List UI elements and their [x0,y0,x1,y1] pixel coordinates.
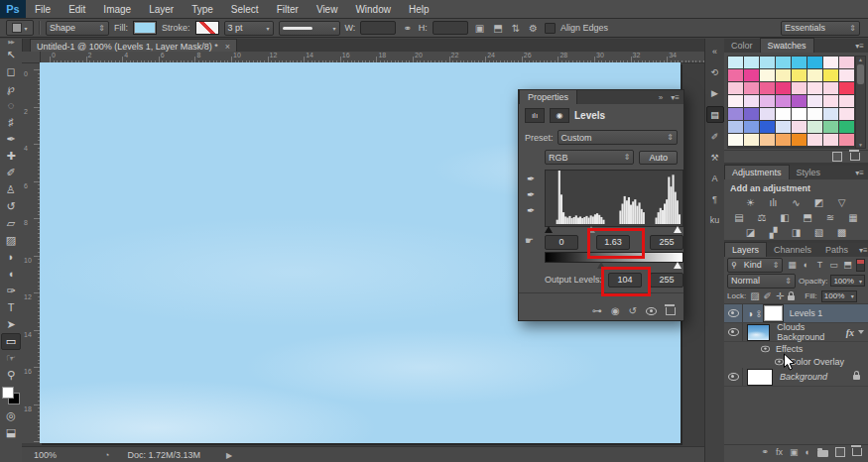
screen-mode-icon[interactable]: ⬓ [1,424,21,441]
adj-gradient-map-icon[interactable]: ▧ [810,226,827,239]
color-swatch[interactable] [792,108,806,120]
adj-selective-color-icon[interactable]: ▩ [833,226,850,239]
crop-tool[interactable]: ♯ [1,114,21,131]
color-swatch[interactable] [792,69,806,81]
adj-brightness-contrast-icon[interactable]: ☀ [742,196,759,209]
mask-link-icon[interactable]: ⚯ [754,310,763,317]
width-input[interactable] [360,21,396,35]
eraser-tool[interactable]: ▱ [1,215,21,232]
new-swatch-icon[interactable] [832,152,842,162]
preset-select[interactable]: Custom ⇕ [558,130,678,145]
layer-mask-thumbnail[interactable] [764,305,783,321]
clip-to-layer-icon[interactable]: ⊶ [592,305,602,316]
lock-position-icon[interactable]: ✛ [776,290,784,301]
stroke-type-select[interactable]: ▾ [279,21,340,36]
layer-name[interactable]: Levels 1 [790,308,823,318]
path-arrange-icon[interactable]: ⇅ [510,23,522,34]
color-swatch[interactable] [776,57,791,68]
adj-black-white-icon[interactable]: ◧ [777,211,794,224]
swatches-scrollbar[interactable]: ▲ ▼ [855,56,866,149]
document-tab[interactable]: Untitled-1 @ 100% (Levels 1, Layer Mask/… [30,39,237,53]
foreground-color-swatch[interactable] [2,387,14,399]
color-swatches-widget[interactable] [2,387,20,404]
filter-adjustment-layers-icon[interactable]: ◐ [800,260,811,270]
zoom-tool[interactable]: ⚲ [1,367,21,384]
height-input[interactable] [433,21,468,35]
color-swatch[interactable] [792,57,806,68]
stroke-color-swatch[interactable] [195,21,219,35]
visibility-toggle[interactable] [724,368,743,386]
opacity-select[interactable]: 100% ▾ [830,275,865,287]
reset-adjustment-icon[interactable]: ↺ [629,305,637,316]
adj-photo-filter-icon[interactable]: ⬒ [800,211,816,224]
layer-style-icon[interactable]: fx [776,447,783,457]
menu-file[interactable]: File [26,4,60,15]
actions-panel-icon[interactable]: ▶ [707,85,723,100]
link-dimensions-icon[interactable]: ⚭ [401,23,413,34]
color-swatch[interactable] [744,95,759,107]
color-swatch[interactable] [744,134,759,146]
path-operations-icon[interactable]: ▣ [473,23,486,34]
input-white-field[interactable]: 255 [650,235,683,250]
targeted-adjustment-icon[interactable]: ☛ [525,235,534,246]
menu-image[interactable]: Image [94,4,140,15]
visibility-toggle[interactable] [724,304,743,322]
clone-stamp-tool[interactable]: ♙ [1,181,21,198]
marquee-tool[interactable]: ◻ [1,63,21,80]
tab-paths[interactable]: Paths [818,243,855,257]
color-swatch[interactable] [744,57,759,68]
color-swatch[interactable] [760,69,775,81]
color-swatch[interactable] [839,69,854,81]
color-swatch[interactable] [823,57,838,68]
color-swatch[interactable] [807,69,822,81]
link-layers-icon[interactable]: ⚭ [761,447,769,457]
brush-tool[interactable]: ✐ [1,165,21,181]
color-swatch[interactable] [807,82,822,94]
color-swatch[interactable] [776,95,791,107]
collapse-effects-icon[interactable] [858,330,864,334]
path-alignment-icon[interactable]: ⬒ [491,23,504,34]
properties-tab[interactable]: Properties [519,89,577,104]
blend-mode-select[interactable]: Normal ⇕ [727,274,796,289]
color-swatch[interactable] [728,95,743,107]
brush-presets-panel-icon[interactable]: ✐ [707,129,723,144]
adj-threshold-icon[interactable]: ◨ [788,226,805,239]
menu-help[interactable]: Help [400,4,438,15]
photoshop-logo[interactable]: Ps [0,0,26,18]
lasso-tool[interactable]: ℘ [1,80,21,97]
color-swatch[interactable] [744,82,759,94]
dodge-tool[interactable]: ◖ [1,266,21,283]
scrollbar-thumb[interactable] [857,64,864,84]
fill-color-swatch[interactable] [133,21,157,35]
healing-brush-tool[interactable]: ✚ [1,148,21,165]
blur-tool[interactable]: ◗ [1,249,21,266]
menu-edit[interactable]: Edit [60,4,94,15]
panel-menu-icon[interactable]: ▾≡ [667,91,683,104]
white-point-eyedropper-icon[interactable]: ✒ [527,205,535,216]
color-swatch[interactable] [760,82,775,94]
eyedropper-tool[interactable]: ✒ [1,131,21,148]
stroke-width-select[interactable]: 3 pt ▾ [224,21,274,36]
move-tool[interactable]: ↖ [1,47,21,63]
color-swatch[interactable] [728,57,743,68]
adj-color-balance-icon[interactable]: ⚖ [754,211,771,224]
tab-styles[interactable]: Styles [790,166,828,179]
toggle-visibility-icon[interactable] [646,307,657,315]
tab-layers[interactable]: Layers [724,242,767,257]
color-swatch[interactable] [760,95,775,107]
path-selection-tool[interactable]: ➤ [1,316,21,333]
scroll-down-icon[interactable]: ▼ [858,142,863,148]
adj-vibrance-icon[interactable]: ▽ [833,196,850,209]
adj-exposure-icon[interactable]: ◩ [810,196,827,209]
lock-all-icon[interactable] [788,295,795,300]
color-swatch[interactable] [807,108,822,120]
new-adjustment-layer-icon[interactable]: ◐ [806,447,810,457]
scroll-up-icon[interactable]: ▲ [858,57,863,62]
color-swatch[interactable] [776,134,791,146]
color-swatch[interactable] [807,57,822,68]
levels-slider[interactable] [674,262,682,269]
lock-transparency-icon[interactable]: ▨ [750,290,759,301]
tab-adjustments[interactable]: Adjustments [724,165,790,179]
filter-shape-layers-icon[interactable]: ▭ [827,260,839,270]
color-swatch[interactable] [839,82,854,94]
